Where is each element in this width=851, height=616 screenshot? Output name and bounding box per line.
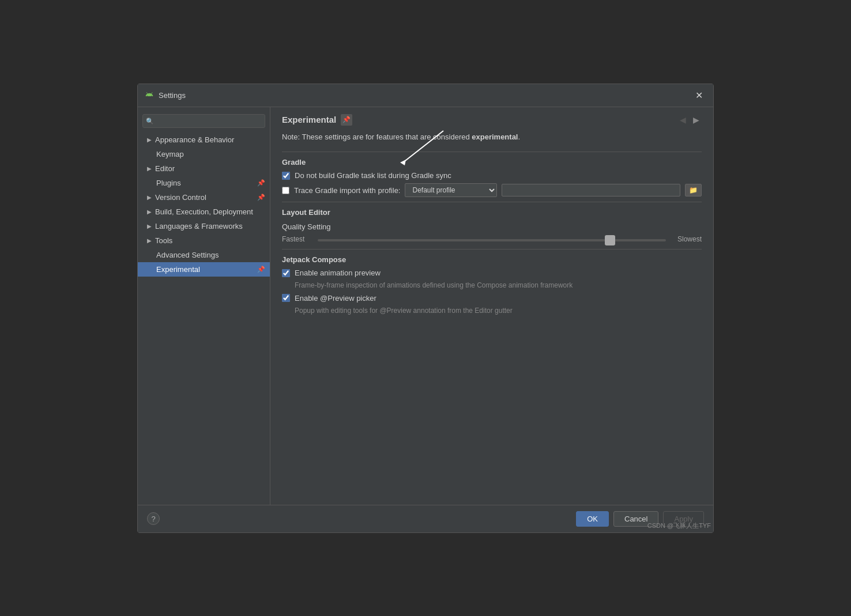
back-arrow-button[interactable]: ◀: [677, 114, 688, 126]
jetpack-compose-section-label: Jetpack Compose: [282, 255, 702, 264]
dialog-body: 🔍 ▶ Appearance & Behavior Keymap ▶ Edito…: [138, 107, 713, 505]
divider3: [282, 249, 702, 250]
note-bold: experimental: [472, 133, 518, 141]
chevron-icon: ▶: [147, 209, 152, 215]
sidebar-item-label: Keymap: [156, 150, 184, 158]
search-box: 🔍: [142, 114, 265, 128]
sidebar-item-label: Experimental: [156, 265, 200, 274]
content-header: Experimental 📌 ◀ ▶: [282, 114, 702, 126]
close-button[interactable]: ✕: [692, 89, 706, 102]
sidebar-item-label: Tools: [155, 236, 172, 245]
layout-editor-section-label: Layout Editor: [282, 208, 702, 217]
dialog-footer: ? OK Cancel Apply: [138, 505, 713, 532]
preview-picker-desc: Popup with editing tools for @Preview an…: [295, 306, 702, 316]
sidebar-item-build[interactable]: ▶ Build, Execution, Deployment: [138, 205, 270, 219]
gradle-section-label: Gradle: [282, 158, 702, 167]
sidebar-item-label: Plugins: [156, 179, 181, 187]
chevron-icon: ▶: [147, 137, 152, 143]
divider2: [282, 202, 702, 202]
pin-icon: 📌: [257, 194, 265, 201]
trace-file-input[interactable]: [502, 184, 680, 196]
preview-picker-checkbox[interactable]: [282, 294, 290, 302]
sidebar: 🔍 ▶ Appearance & Behavior Keymap ▶ Edito…: [138, 107, 270, 505]
gradle-checkbox1[interactable]: [282, 172, 290, 180]
sidebar-item-editor[interactable]: ▶ Editor: [138, 161, 270, 176]
gradle-checkbox2-label[interactable]: Trace Gradle import with profile:: [294, 186, 400, 195]
search-icon: 🔍: [146, 117, 154, 124]
animation-preview-desc: Frame-by-frame inspection of animations …: [295, 281, 702, 290]
forward-arrow-button[interactable]: ▶: [691, 114, 702, 126]
trace-profile-select[interactable]: Default profile: [405, 183, 497, 197]
section-title: Experimental: [282, 115, 336, 124]
pin-icon: 📌: [257, 266, 265, 273]
preview-picker-label[interactable]: Enable @Preview picker: [295, 294, 376, 303]
divider: [282, 152, 702, 152]
slider-wrap: [318, 235, 666, 243]
title-bar-left: Settings: [145, 90, 186, 100]
gradle-checkbox1-label[interactable]: Do not build Gradle task list during Gra…: [295, 171, 451, 180]
sidebar-item-version-control[interactable]: ▶ Version Control 📌: [138, 190, 270, 205]
sidebar-item-tools[interactable]: ▶ Tools: [138, 233, 270, 248]
preview-picker-row: Enable @Preview picker: [282, 294, 702, 303]
pin-section-button[interactable]: 📌: [341, 114, 352, 126]
help-button[interactable]: ?: [147, 512, 160, 525]
sidebar-item-label: Appearance & Behavior: [155, 135, 234, 144]
quality-setting-section: Quality Setting Fastest Slowest: [282, 222, 702, 243]
sidebar-item-advanced[interactable]: Advanced Settings: [138, 248, 270, 262]
chevron-icon: ▶: [147, 194, 152, 201]
gradle-checkbox1-row: Do not build Gradle task list during Gra…: [282, 171, 702, 180]
note-prefix: Note: These settings are for features th…: [282, 133, 472, 141]
gradle-trace-row: Trace Gradle import with profile: Defaul…: [282, 183, 702, 197]
settings-dialog: Settings ✕ 🔍 ▶ Appearance & Behavior Key…: [137, 84, 714, 533]
nav-arrows: ◀ ▶: [677, 114, 702, 126]
quality-slider[interactable]: [318, 239, 666, 241]
pin-icon: 📌: [257, 179, 265, 187]
animation-preview-checkbox[interactable]: [282, 269, 290, 277]
sidebar-item-keymap[interactable]: Keymap: [138, 147, 270, 161]
sidebar-item-experimental[interactable]: Experimental 📌: [138, 262, 270, 277]
footer-left: ?: [147, 512, 160, 525]
dialog-title: Settings: [159, 91, 186, 100]
trace-browse-button[interactable]: 📁: [685, 184, 702, 196]
search-input[interactable]: [142, 114, 265, 128]
animation-preview-row: Enable animation preview: [282, 269, 702, 277]
chevron-icon: ▶: [147, 237, 152, 244]
sidebar-item-label: Build, Execution, Deployment: [155, 207, 253, 216]
gradle-checkbox2[interactable]: [282, 187, 289, 194]
sidebar-item-label: Languages & Frameworks: [155, 222, 243, 230]
slider-min-label: Fastest: [282, 235, 311, 243]
note-text: Note: These settings are for features th…: [282, 131, 702, 143]
slider-max-label: Slowest: [673, 235, 702, 243]
watermark: CSDN @飞豚人生TYF: [647, 521, 711, 530]
sidebar-item-appearance[interactable]: ▶ Appearance & Behavior: [138, 133, 270, 147]
slider-container: Fastest Slowest: [282, 235, 702, 243]
android-icon: [145, 90, 154, 100]
content-header-left: Experimental 📌: [282, 114, 352, 126]
chevron-icon: ▶: [147, 223, 152, 229]
sidebar-item-label: Version Control: [155, 193, 206, 202]
sidebar-item-label: Advanced Settings: [156, 251, 219, 259]
title-bar: Settings ✕: [138, 84, 713, 107]
quality-setting-label: Quality Setting: [282, 222, 702, 231]
sidebar-item-label: Editor: [155, 164, 175, 173]
chevron-icon: ▶: [147, 165, 152, 172]
content-area: Experimental 📌 ◀ ▶ Note: These settings …: [270, 107, 713, 505]
note-suffix: .: [518, 133, 520, 141]
animation-preview-label[interactable]: Enable animation preview: [295, 269, 381, 277]
sidebar-item-languages[interactable]: ▶ Languages & Frameworks: [138, 219, 270, 233]
sidebar-item-plugins[interactable]: Plugins 📌: [138, 176, 270, 190]
ok-button[interactable]: OK: [576, 511, 609, 527]
